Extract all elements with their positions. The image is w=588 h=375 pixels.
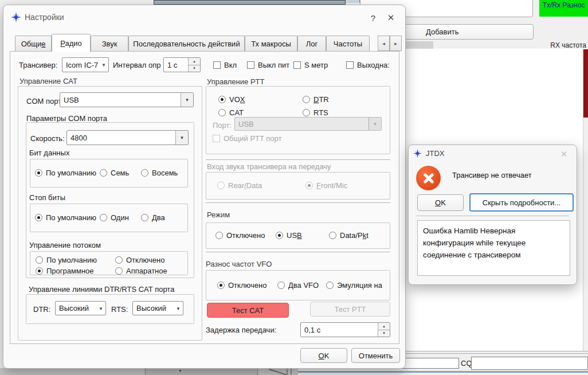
spinner-buttons: ▲▼: [378, 323, 390, 337]
transceiver-select[interactable]: Icom IC-7 ▾: [62, 57, 109, 72]
radio-label: По умолчанию: [46, 169, 96, 177]
tab-label: Звук: [102, 40, 117, 48]
radio-mode-off[interactable]: Отключено: [215, 231, 265, 240]
baud-rate-label: Скорость:: [30, 134, 65, 143]
error-icon: [416, 166, 441, 190]
radio-split-off[interactable]: Отключено: [217, 281, 266, 290]
tab-label: Общи: [21, 40, 42, 48]
checkbox-s-meter[interactable]: S метр: [293, 61, 328, 69]
tab-tx-macros[interactable]: Тх макросы: [245, 36, 297, 51]
radio-mode-usb[interactable]: USB: [276, 231, 302, 240]
radio-label: RTS: [313, 108, 328, 117]
tab-scroll-left-icon[interactable]: ◂: [378, 36, 390, 51]
help-button[interactable]: ?: [366, 11, 380, 25]
spin-up-icon[interactable]: ▲: [189, 58, 200, 65]
ok-button[interactable]: OK: [300, 348, 347, 363]
poll-interval-spinner[interactable]: 1 с ▲▼: [163, 57, 201, 72]
chevron-down-icon[interactable]: ▾: [181, 93, 193, 107]
cat-group-label: Управление CAT: [19, 77, 77, 85]
com-params-label: Параметры COM порта: [26, 114, 107, 123]
rts-select[interactable]: Высокий ▾: [132, 301, 183, 315]
flow-control-frame: По умолчанию Отключено Программное Аппар…: [30, 251, 188, 275]
radio-flow-software[interactable]: Программное: [36, 267, 94, 275]
error-ok-button[interactable]: OK: [417, 194, 464, 211]
tab-sequence[interactable]: Последовательность действий: [128, 36, 245, 51]
radio-dot: [35, 214, 42, 221]
radio-flow-hardware[interactable]: Аппаратное: [115, 267, 167, 275]
error-message: Трансивер не отвечает: [452, 171, 532, 179]
radio-ptt-cat[interactable]: CAT: [218, 108, 244, 117]
close-icon[interactable]: ✕: [556, 147, 571, 161]
ptt-port-select: USB ▾: [234, 117, 382, 131]
radio-ptt-rts[interactable]: RTS: [303, 108, 328, 117]
radio-dot: [326, 282, 334, 289]
tab-label: Последовательность действий: [133, 40, 240, 48]
spin-up-icon[interactable]: ▲: [378, 323, 390, 330]
checkbox-shared-ptt-port: Общий PTT порт: [213, 134, 282, 143]
red-marker-bar: [583, 49, 588, 118]
add-button[interactable]: Добавить: [403, 24, 534, 40]
background-gray-strip: [401, 41, 433, 49]
spin-down-icon[interactable]: ▼: [189, 65, 200, 72]
radio-stop-bits-two[interactable]: Два: [141, 213, 165, 222]
message-input[interactable]: [471, 357, 588, 370]
radio-label: Семь: [111, 169, 129, 177]
radio-flow-off[interactable]: Отключено: [115, 256, 164, 264]
cancel-button[interactable]: Отменить: [351, 348, 400, 363]
radio-rear-data: Rear/Data: [217, 181, 262, 190]
tab-general[interactable]: Общие: [15, 36, 52, 51]
radio-dot: [35, 169, 42, 177]
background-progress-bar-light: [346, 0, 360, 3]
spin-down-icon[interactable]: ▼: [378, 330, 390, 337]
radio-label: Восемь: [152, 169, 178, 177]
txrx-split-badge: Tx/Rx Разнос: [539, 0, 588, 17]
radio-data-bits-eight[interactable]: Восемь: [141, 169, 178, 177]
flow-control-label: Управление потоком: [29, 241, 101, 249]
radio-split-two-vfo[interactable]: Два VFO: [277, 281, 319, 290]
radio-stop-bits-one[interactable]: Один: [100, 213, 129, 222]
radio-split-emulation[interactable]: Эмуляция на: [326, 281, 390, 290]
baud-rate-select[interactable]: 4800 ▾: [66, 130, 189, 145]
checkbox-box: [213, 135, 220, 142]
hide-details-button[interactable]: Скрыть подробности...: [469, 193, 574, 212]
radio-data-bits-default[interactable]: По умолчанию: [35, 169, 96, 177]
bottom-left-field[interactable]: [401, 358, 459, 369]
screen: Tx/Rx Разнос Добавить RX частота CQ Наст…: [0, 0, 588, 375]
tab-label: Тх макросы: [251, 40, 291, 48]
tab-label: Частоты: [334, 40, 362, 48]
scale-vline-1: [287, 368, 288, 375]
tx-delay-spinner[interactable]: 0,1 с ▲▼: [300, 322, 390, 337]
checkbox-box: [247, 61, 254, 69]
chevron-down-icon[interactable]: ▾: [175, 131, 188, 144]
error-details-text[interactable]: Ошибка Hamlib Неверная конфигурация whil…: [417, 220, 570, 276]
checkbox-output[interactable]: Выходна:: [346, 61, 398, 69]
tab-audio[interactable]: Звук: [91, 36, 128, 51]
radio-mode-data-pkt[interactable]: Data/Pkt: [329, 231, 369, 240]
checkbox-power-off[interactable]: Выкл пит: [247, 61, 289, 69]
checkbox-on[interactable]: Вкл: [213, 61, 237, 69]
cq-label: CQ: [461, 359, 472, 368]
radio-dot: [218, 96, 226, 103]
com-port-select[interactable]: USB ▾: [60, 92, 194, 107]
dtr-select[interactable]: Высокий ▾: [55, 301, 106, 315]
radio-label: Rear/Data: [228, 181, 262, 190]
checkbox-label: Общий PTT порт: [224, 134, 282, 143]
test-cat-button[interactable]: Тест CAT: [207, 303, 289, 318]
close-icon[interactable]: ✕: [383, 10, 399, 26]
tab-radio[interactable]: Радио: [52, 34, 91, 52]
radio-label: Два: [152, 213, 165, 222]
radio-stop-bits-default[interactable]: По умолчанию: [35, 213, 96, 222]
radio-data-bits-seven[interactable]: Семь: [100, 169, 129, 177]
radio-dot: [217, 282, 225, 289]
tab-frequencies[interactable]: Частоты: [326, 36, 370, 51]
chevron-down-icon: ▾: [99, 62, 108, 68]
radio-flow-default[interactable]: По умолчанию: [36, 256, 97, 264]
tab-scroll-right-icon[interactable]: ▸: [390, 36, 402, 51]
radio-label: Два VFO: [288, 281, 319, 290]
chevron-down-icon: ▾: [174, 306, 183, 311]
radio-label: Эмуляция на: [337, 281, 382, 290]
radio-ptt-dtr[interactable]: DTR: [303, 95, 329, 104]
stop-bits-label: Стоп биты: [29, 193, 65, 202]
tab-log[interactable]: Лог: [297, 36, 326, 51]
radio-ptt-vox[interactable]: VOX: [218, 95, 245, 104]
